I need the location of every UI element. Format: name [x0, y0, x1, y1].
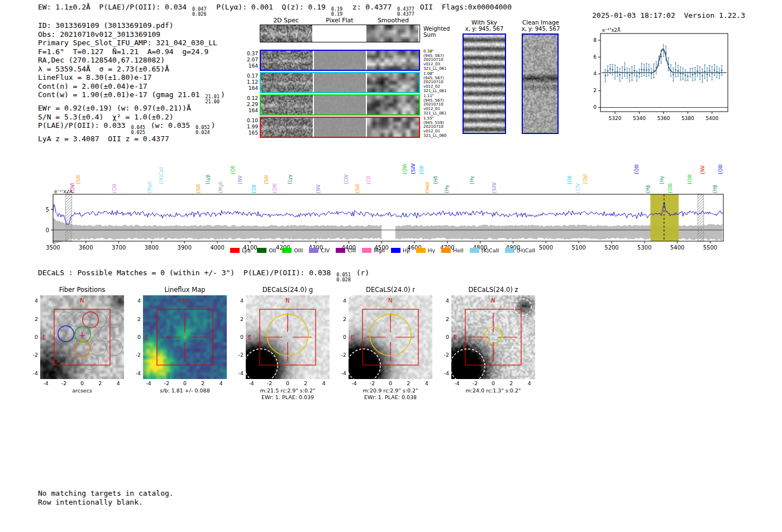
cutout-1-x-tick: 0 — [178, 380, 192, 386]
cutout-2-y-tick: -4 — [231, 370, 244, 376]
cutout-4-x-tick: 0 — [487, 380, 500, 386]
catalog-summary-text-0: DECaLS : Possible Matches = 0 (within +/… — [38, 269, 335, 277]
cutout-0-y-tick: 0 — [26, 334, 38, 340]
legend-label-MgII: MgII — [374, 247, 385, 253]
sep-object-circle — [349, 349, 380, 379]
legend-item-HeII: HeII — [441, 247, 464, 253]
legend-item-Hγ: Hγ — [416, 247, 435, 253]
cutout-panel-4: DECaLS(24.0) zNE-4-4-2-2002244m:24.0 rc:… — [432, 286, 555, 402]
cutout-4-y-tick: 2 — [437, 316, 449, 322]
emission-line-label-OVI-28: {OVI — [584, 174, 588, 185]
catalog-match-summary: DECaLS : Possible Matches = 0 (within +/… — [38, 269, 369, 282]
emission-line-label-Hδ-22: {Hδ — [434, 176, 438, 185]
cutout-1-y-tick: -2 — [128, 352, 141, 358]
cutout-2-x-tick: -4 — [245, 380, 258, 386]
cutout-1-x-tick: -4 — [142, 380, 155, 386]
footer-line-2: Row intentionally blank. — [38, 498, 174, 507]
legend-swatch-Hγ — [416, 248, 426, 253]
legend-item-CIV: CIV — [309, 247, 330, 253]
cutout-3-y-tick: 4 — [334, 298, 346, 304]
legend-swatch-(K)CaII — [470, 248, 479, 253]
sep-object-circle-2 — [514, 299, 531, 315]
cutout-3-y-tick: -4 — [334, 370, 346, 376]
catalog-summary-text-2: (r) — [352, 269, 369, 277]
footer-line-1: No matching targets in catalog. — [38, 489, 174, 498]
legend-item-OIII: OIII — [282, 247, 303, 253]
emission-line-label-OII-8: {OII — [231, 166, 236, 175]
cutout-0-x-tick: 0 — [75, 380, 89, 386]
compass-north-label: N — [491, 298, 495, 304]
cutout-2-y-tick: 2 — [231, 316, 244, 322]
legend-item-(K)CaII: (K)CaII — [470, 247, 499, 253]
spectrum-legend: LyαOIIOIIICIVCIIIMgIIHβHγHeII(K)CaII(H)C… — [31, 247, 735, 253]
compass-east-label: E — [248, 334, 251, 341]
cutout-3-y-tick: 0 — [334, 334, 346, 340]
emission-line-label-OII-26: {OII — [568, 176, 573, 185]
legend-swatch-OIII — [282, 248, 292, 253]
emission-line-label-NV-9: {NV — [239, 175, 243, 185]
cutout-0-y-tick: 2 — [26, 316, 38, 322]
legend-swatch-MgII — [362, 248, 371, 253]
emission-line-label-OIII-29: {OIII — [635, 165, 640, 175]
legend-swatch-Lyα — [230, 248, 240, 253]
emission-line-label-CII-17: {CII — [367, 176, 371, 185]
legend-label-OIII: OIII — [294, 247, 303, 253]
emission-line-label-Hγ-31: {Hγ — [660, 176, 665, 185]
emission-line-label-SiII-11: {SiII — [265, 175, 269, 185]
fiber-circle-orange — [74, 341, 90, 357]
legend-label-HeII: HeII — [453, 247, 464, 253]
sep-object-circle-1 — [451, 349, 485, 379]
compass-north-label: N — [388, 298, 392, 304]
cutout-overlay-2: NE — [246, 295, 330, 379]
cutout-3-x-tick: 0 — [384, 380, 397, 386]
spectrum-y-tick: 5 — [46, 207, 49, 213]
legend-label-Hβ: Hβ — [403, 247, 410, 253]
cutout-4-x-tick: -4 — [450, 380, 464, 386]
cutout-1-y-tick: 0 — [128, 334, 141, 340]
cutout-2-x-tick: 0 — [281, 380, 294, 386]
cutout-4-x-tick: -2 — [469, 380, 482, 386]
cutout-0-x-tick: -4 — [39, 380, 53, 386]
full-spectrum-plot: 0535003600370038003900400041004200430044… — [31, 190, 736, 252]
cutout-overlay-0: NE — [40, 295, 124, 379]
legend-label-(H)CaII: (H)CaII — [517, 247, 535, 253]
cutout-3-y-tick: -2 — [334, 352, 346, 358]
detection-highlight-band — [650, 194, 679, 241]
emission-line-label-Hγ-24: {Hγ — [470, 176, 475, 185]
legend-swatch-OII — [257, 248, 266, 253]
emission-line-label-CIV-15: {CIV — [345, 174, 349, 185]
compass-east-label: E — [42, 334, 46, 341]
legend-label-CIII: CIII — [347, 247, 356, 253]
cutout-0-y-tick: -4 — [26, 370, 38, 376]
cutout-0-y-tick: -2 — [26, 352, 38, 358]
noise-band — [53, 218, 722, 245]
legend-swatch-(H)CaII — [505, 248, 514, 253]
cutout-3-y-tick: 2 — [334, 316, 346, 322]
target-crosshair — [366, 313, 414, 361]
emission-line-label-SiIV-19: {SiIV — [412, 164, 416, 175]
legend-swatch-CIV — [309, 248, 318, 253]
footer-notes: No matching targets in catalog. Row inte… — [38, 489, 174, 506]
emission-line-label-Lyβ-6: {Lyβ — [206, 174, 211, 185]
cutout-3-x-tick: -4 — [347, 380, 361, 386]
cutout-4-y-tick: -2 — [437, 352, 449, 358]
legend-item-Hβ: Hβ — [391, 247, 410, 253]
legend-label-CIV: CIV — [321, 247, 330, 253]
elixer-report-page: EW: 1.1±0.2Å P(LAE)/P(OII): 0.034 0.0470… — [0, 0, 782, 532]
emission-line-labels: {OVI{SiII{CIII{MgII{(K)CaII{SiII{Lyβ{MgI… — [0, 0, 782, 201]
cutout-0-y-tick: 4 — [26, 298, 38, 304]
legend-item-MgII: MgII — [362, 247, 385, 253]
cutout-overlay-3: NE — [349, 295, 432, 379]
compass-north-label: N — [285, 298, 289, 304]
emission-line-label-OIII-36: {OIII — [719, 165, 723, 175]
emission-line-label-SiII-1: {SiII — [77, 175, 81, 185]
spectrum-y-axis-label: e⁻¹⁷x2Å — [54, 190, 73, 194]
emission-line-label-NV-34: {NV — [701, 165, 705, 175]
cutout-0-x-tick: 4 — [112, 380, 125, 386]
legend-item-OII: OII — [257, 247, 276, 253]
catalog-summary-lo-1: 0.028 — [336, 277, 351, 282]
sep-object-circle — [246, 349, 278, 379]
cutout-overlay-1: NE — [143, 295, 227, 379]
compass-north-label: N — [183, 298, 187, 304]
cutout-2-x-tick: 2 — [299, 380, 312, 386]
